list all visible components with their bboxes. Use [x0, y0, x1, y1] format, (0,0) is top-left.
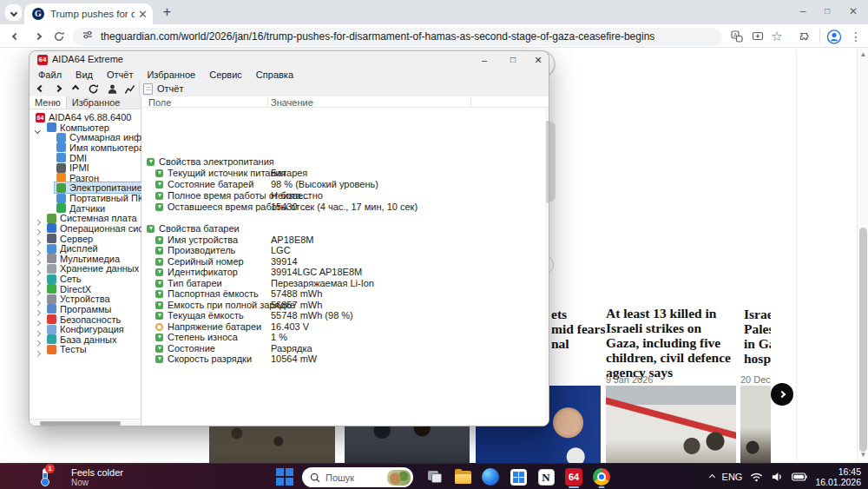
content-scrollbar-thumb[interactable] [546, 121, 549, 203]
field-row[interactable]: Текущий источник питания [155, 168, 286, 178]
menu-item-отчёт[interactable]: Отчёт [100, 69, 140, 82]
tab-close-icon[interactable]: ✕ [138, 9, 148, 20]
battery-icon[interactable] [792, 472, 807, 481]
page-scrollbar-thumb[interactable] [859, 228, 867, 452]
field-row[interactable]: Имя устройства [155, 235, 238, 245]
extensions-icon[interactable] [796, 29, 812, 44]
aida64-close-button[interactable]: ✕ [527, 53, 549, 67]
install-icon[interactable] [750, 29, 766, 44]
volume-icon[interactable] [771, 472, 784, 482]
article-headline-fragment[interactable]: hosp [744, 351, 771, 366]
new-tab-button[interactable]: + [160, 5, 174, 20]
menu-item-файл[interactable]: Файл [31, 69, 69, 82]
tree-item-directx[interactable]: DirectX [30, 284, 141, 294]
tree-item-computer-name[interactable]: Имя компьютера [30, 142, 141, 153]
field-row[interactable]: Тип батареи [155, 278, 222, 288]
article-headline-fragment[interactable]: in Ga [744, 336, 771, 351]
wifi-icon[interactable] [750, 472, 763, 482]
tree-item-aida64[interactable]: 64AIDA64 v6.88.6400 [30, 112, 141, 122]
browser-maximize-button[interactable]: □ [816, 3, 838, 19]
aida64-maximize-button[interactable]: □ [502, 53, 524, 67]
aida64-minimize-button[interactable]: – [473, 53, 496, 67]
tree-item-devices[interactable]: Устройства [30, 294, 141, 304]
report-button[interactable]: Отчёт [143, 82, 183, 96]
carousel-next-button[interactable] [771, 383, 793, 406]
menu-item-избранное[interactable]: Избранное [140, 69, 202, 82]
tree-item-security[interactable]: Безопасность [30, 314, 141, 325]
taskbar-app-notion[interactable]: N [535, 466, 557, 488]
menu-item-вид[interactable]: Вид [69, 69, 100, 82]
tree-item-ipmi[interactable]: IPMI [30, 162, 141, 173]
field-row[interactable]: Идентификатор [155, 267, 238, 277]
ambulance-crowd-photo[interactable] [606, 386, 736, 463]
tree-item-benchmarks[interactable]: Тесты [30, 344, 141, 354]
tree-item-server[interactable]: Сервер [30, 234, 141, 244]
scroll-up-icon[interactable]: ▲ [858, 50, 868, 58]
article-headline-fragment[interactable]: mid fears [551, 321, 605, 336]
street-crowd-photo[interactable] [740, 386, 771, 463]
column-separator[interactable] [267, 97, 268, 108]
language-indicator[interactable]: ENG [722, 472, 743, 482]
tree-item-multimedia[interactable]: Мультимедиа [30, 254, 141, 264]
browser-minimize-button[interactable]: – [792, 3, 814, 19]
panel-tab-menu[interactable]: Меню [30, 96, 67, 109]
tree-item-programs[interactable]: Программы [30, 304, 141, 314]
field-row[interactable]: Состояние батарей [155, 179, 253, 189]
browser-close-button[interactable]: ✕ [842, 3, 865, 19]
scroll-down-icon[interactable]: ▼ [858, 451, 868, 459]
browser-tab[interactable]: G Trump pushes for disarmament ✕ [24, 3, 153, 24]
tab-search-button[interactable] [5, 4, 22, 21]
search-highlight-image[interactable] [387, 470, 411, 486]
field-row[interactable]: Производитель [155, 245, 235, 255]
clock[interactable]: 16:45 16.01.2026 [815, 466, 861, 487]
translate-icon[interactable]: A [729, 29, 745, 44]
tree-item-sensors[interactable]: Датчики [30, 203, 141, 214]
field-row[interactable]: Скорость разрядки [155, 354, 252, 364]
article-headline-fragment[interactable]: Israe [744, 307, 771, 321]
article-headline[interactable]: At least 13 killed in Israeli strikes on… [606, 306, 734, 380]
browser-menu-icon[interactable]: ⋮ [848, 29, 864, 44]
tree-item-motherboard[interactable]: Системная плата [30, 213, 141, 223]
taskbar-app-chrome[interactable] [590, 466, 613, 488]
start-button[interactable] [276, 468, 293, 486]
article-headline-fragment[interactable]: nal [551, 336, 569, 351]
tree-item-laptop[interactable]: Портативный ПК [30, 193, 141, 203]
tree-item-summary[interactable]: Суммарная информац [30, 132, 141, 142]
back-icon[interactable] [33, 82, 49, 96]
article-headline-fragment[interactable]: ets [551, 307, 567, 321]
tree-item-dmi[interactable]: DMI [30, 153, 141, 163]
taskbar-search[interactable]: Пошук [302, 467, 413, 487]
field-row[interactable]: Состояние [155, 343, 215, 354]
tree-item-computer[interactable]: Компьютер [30, 122, 141, 133]
reload-icon[interactable] [50, 28, 67, 44]
content-scrollbar[interactable] [545, 108, 549, 426]
field-row[interactable]: Паспортная ёмкость [155, 288, 259, 299]
bookmark-star-icon[interactable]: ☆ [769, 29, 785, 44]
field-row[interactable]: Степень износа [155, 332, 238, 342]
hidden-icons-chevron[interactable] [710, 475, 714, 479]
back-icon[interactable] [7, 28, 23, 44]
tree-item-os[interactable]: Операционная система [30, 223, 141, 234]
panel-horizontal-scrollbar[interactable] [30, 419, 141, 426]
column-header-value[interactable]: Значение [271, 97, 313, 108]
tree-item-display[interactable]: Дисплей [30, 243, 141, 254]
url-text[interactable]: theguardian.com/world/2026/jan/16/trump-… [101, 30, 654, 43]
menu-item-сервис[interactable]: Сервис [202, 69, 249, 82]
tree-item-database[interactable]: База данных [30, 334, 141, 345]
article-headline-fragment[interactable]: Pales [744, 321, 771, 336]
field-row[interactable]: Серийный номер [155, 256, 244, 267]
column-header-field[interactable]: Поле [148, 97, 171, 108]
tree-item-power[interactable]: Электропитание [30, 182, 141, 193]
panel-scrollbar-thumb[interactable] [40, 421, 121, 426]
tree-item-storage[interactable]: Хранение данных [30, 263, 141, 274]
page-scrollbar[interactable]: ▲ ▼ [857, 48, 868, 463]
taskbar-app-microsoft-store[interactable] [507, 466, 529, 488]
refresh-icon[interactable] [85, 82, 101, 96]
forward-icon[interactable] [50, 82, 66, 96]
forward-icon[interactable] [30, 28, 46, 44]
taskbar-app-task-view[interactable] [424, 466, 446, 488]
address-bar[interactable]: theguardian.com/world/2026/jan/16/trump-… [73, 28, 722, 46]
menu-item-справка[interactable]: Справка [249, 69, 300, 82]
user-icon[interactable] [104, 82, 120, 96]
field-row[interactable]: Текущая ёмкость [155, 310, 244, 320]
